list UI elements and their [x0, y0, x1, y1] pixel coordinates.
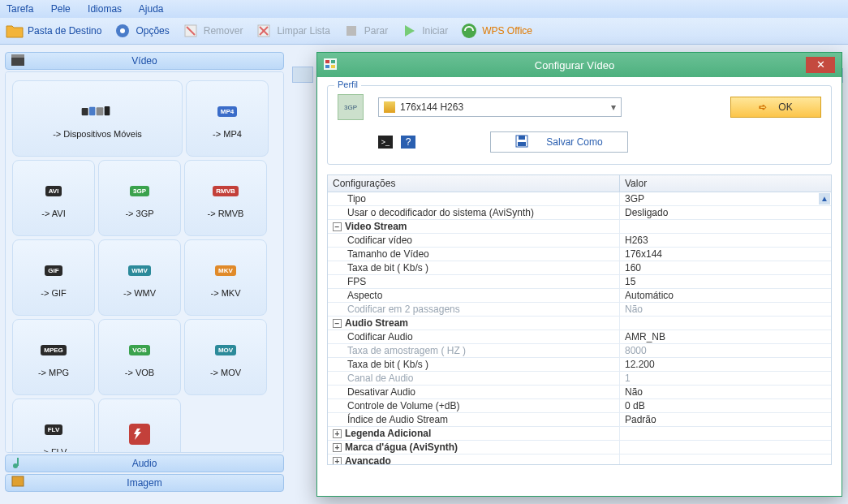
- format-icon: WMV: [123, 257, 156, 283]
- svg-rect-14: [97, 107, 104, 115]
- format-tile[interactable]: -> Dispositivos Móveis: [12, 80, 183, 157]
- btn-remover[interactable]: Remover: [181, 21, 243, 41]
- ok-button[interactable]: ➪ OK: [730, 97, 821, 118]
- image-icon: [11, 476, 25, 490]
- settings-row[interactable]: Tamanho de Vídeo176x144: [328, 248, 831, 261]
- scroll-up-icon[interactable]: ▲: [819, 193, 830, 205]
- settings-group[interactable]: −Video Stream: [328, 220, 831, 234]
- btn-parar[interactable]: Parar: [342, 21, 388, 41]
- btn-iniciar[interactable]: Iniciar: [399, 21, 448, 41]
- format-tile[interactable]: [98, 398, 181, 453]
- menu-ajuda[interactable]: Ajuda: [139, 3, 164, 15]
- format-label: -> VOB: [125, 368, 154, 377]
- setting-value[interactable]: AMR_NB: [620, 330, 831, 343]
- btn-limpar[interactable]: Limpar Lista: [254, 21, 329, 41]
- expand-toggle-icon[interactable]: −: [333, 319, 342, 328]
- format-label: -> MOV: [210, 368, 241, 377]
- settings-row[interactable]: Codificar vídeoH263: [328, 234, 831, 248]
- settings-row[interactable]: Taxa de amostragem ( HZ )8000: [328, 344, 831, 358]
- help-icon[interactable]: ?: [401, 136, 415, 149]
- expand-toggle-icon[interactable]: +: [333, 443, 342, 452]
- settings-group[interactable]: −Audio Stream: [328, 317, 831, 330]
- left-panel: Vídeo -> Dispositivos MóveisMP4-> MP4AVI…: [5, 52, 284, 492]
- svg-point-9: [462, 24, 476, 38]
- format-tile[interactable]: MOV-> MOV: [184, 319, 267, 395]
- settings-group[interactable]: +Avançado: [328, 454, 831, 465]
- expand-toggle-icon[interactable]: +: [333, 457, 342, 465]
- settings-row[interactable]: FPS15: [328, 275, 831, 289]
- dialog-close-button[interactable]: ✕: [806, 57, 835, 73]
- format-label: -> MKV: [211, 288, 241, 298]
- setting-value[interactable]: 0 dB: [620, 399, 831, 412]
- expand-toggle-icon[interactable]: +: [333, 429, 342, 438]
- format-tile[interactable]: MPEG-> MPG: [12, 319, 95, 395]
- menu-tarefa[interactable]: Tarefa: [6, 3, 33, 15]
- settings-row[interactable]: Codificar AudioAMR_NB: [328, 330, 831, 344]
- settings-row[interactable]: Índice de Audio StreamPadrão: [328, 413, 831, 427]
- setting-value[interactable]: Não: [620, 303, 831, 316]
- setting-key: Aspecto: [328, 289, 620, 302]
- format-tile[interactable]: GIF-> GIF: [12, 239, 95, 316]
- format-tile[interactable]: AVI-> AVI: [12, 160, 95, 236]
- ok-label: OK: [778, 101, 792, 113]
- expand-toggle-icon[interactable]: −: [333, 222, 342, 231]
- svg-point-1: [120, 28, 125, 33]
- settings-row[interactable]: Usar o decodificador do sistema (AviSynt…: [328, 206, 831, 220]
- col-value[interactable]: Valor: [620, 175, 831, 192]
- menu-idiomas[interactable]: Idiomas: [88, 3, 122, 15]
- setting-value[interactable]: 3GP: [620, 192, 831, 205]
- setting-value[interactable]: 1: [620, 372, 831, 385]
- settings-row[interactable]: Codificar em 2 passagensNão: [328, 303, 831, 317]
- profile-legend: Perfil: [334, 80, 361, 89]
- format-tile[interactable]: VOB-> VOB: [98, 319, 181, 395]
- settings-row[interactable]: Desativar AudioNão: [328, 386, 831, 399]
- section-audio[interactable]: Audio: [5, 454, 284, 472]
- col-config[interactable]: Configurações: [328, 175, 620, 192]
- format-tile[interactable]: 3GP-> 3GP: [98, 160, 181, 236]
- settings-row[interactable]: Controle de Volume (+dB)0 dB: [328, 399, 831, 413]
- settings-header: Configurações Valor: [328, 175, 831, 192]
- format-icon: VOB: [123, 337, 156, 363]
- setting-value[interactable]: 176x144: [620, 248, 831, 261]
- save-as-button[interactable]: Salvar Como: [490, 131, 628, 153]
- setting-value[interactable]: Não: [620, 386, 831, 398]
- format-tile[interactable]: MP4-> MP4: [186, 80, 269, 157]
- setting-value[interactable]: 160: [620, 261, 831, 274]
- section-imagem[interactable]: Imagem: [5, 474, 284, 492]
- settings-group[interactable]: +Legenda Adicional: [328, 427, 831, 441]
- setting-value[interactable]: Automático: [620, 289, 831, 302]
- setting-value[interactable]: H263: [620, 234, 831, 247]
- console-icon[interactable]: >_: [378, 136, 393, 149]
- setting-key: Tipo: [328, 192, 620, 205]
- dialog-configure-video: Configurar Vídeo ✕ Perfil 3GP 176x144 H2…: [316, 52, 842, 497]
- setting-value: [620, 441, 831, 454]
- section-video[interactable]: Vídeo: [5, 52, 284, 70]
- btn-pasta-destino[interactable]: Pasta de Destino: [5, 21, 101, 41]
- format-label: -> AVI: [41, 209, 65, 218]
- settings-row[interactable]: Taxa de bit ( Kb/s )12.200: [328, 358, 831, 372]
- format-tile[interactable]: MKV-> MKV: [184, 239, 267, 316]
- format-tile[interactable]: FLV-> FLV: [12, 398, 95, 453]
- setting-value[interactable]: Padrão: [620, 413, 831, 426]
- settings-row[interactable]: Canal de Audio1: [328, 372, 831, 386]
- menu-pele[interactable]: Pele: [51, 3, 71, 15]
- btn-wps-office[interactable]: WPS Office: [459, 21, 532, 41]
- setting-value[interactable]: 15: [620, 275, 831, 288]
- format-tile[interactable]: WMV-> WMV: [98, 239, 181, 316]
- dialog-title-text: Configurar Vídeo: [343, 59, 806, 71]
- format-tile[interactable]: RMVB-> RMVB: [184, 160, 267, 236]
- format-label: -> 3GP: [125, 209, 153, 218]
- setting-value[interactable]: 12.200: [620, 358, 831, 371]
- group-label: Audio Stream: [345, 317, 408, 329]
- settings-row[interactable]: Taxa de bit ( Kb/s )160: [328, 261, 831, 275]
- settings-row[interactable]: AspectoAutomático: [328, 289, 831, 303]
- setting-value[interactable]: 8000: [620, 344, 831, 357]
- setting-value[interactable]: Desligado: [620, 206, 831, 219]
- dialog-app-icon: [324, 58, 337, 72]
- svg-rect-27: [518, 142, 526, 146]
- btn-opcoes[interactable]: Opções: [113, 21, 169, 41]
- settings-row[interactable]: Tipo3GP: [328, 192, 831, 206]
- settings-group[interactable]: +Marca d'água (AviSynth): [328, 441, 831, 454]
- profile-select[interactable]: 176x144 H263 ▾: [378, 97, 622, 117]
- group-label: Legenda Adicional: [345, 428, 431, 439]
